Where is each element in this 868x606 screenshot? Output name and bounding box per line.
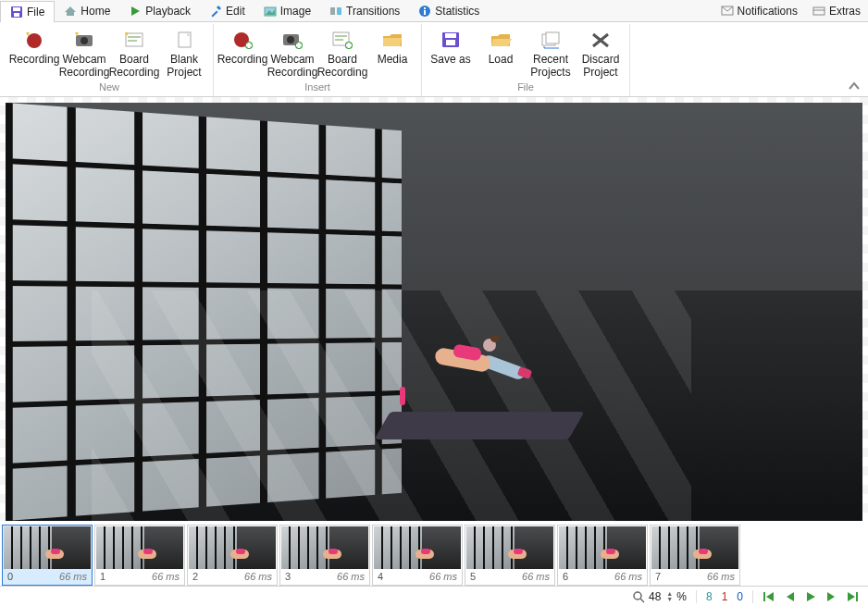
insert-media-button[interactable]: Media [367,26,417,81]
new-blank-button[interactable]: Blank Project [159,26,209,81]
load-button[interactable]: Load [476,26,526,81]
thumbnail-image [559,526,646,569]
save-icon [10,6,23,19]
extras-button[interactable]: Extras [805,0,868,21]
svg-rect-56 [763,592,765,601]
count-other: 0 [735,590,745,603]
tab-playback[interactable]: Playback [119,0,200,21]
new-recording-button[interactable]: Recording [9,26,59,81]
notifications-label: Notifications [738,5,798,18]
btn-label: Media [378,54,408,80]
nav-first-button[interactable] [761,591,777,602]
tab-image[interactable]: Image [254,0,320,21]
frame-index: 4 [378,571,383,582]
btn-label: Blank Project [159,54,209,80]
nav-next-button[interactable] [824,591,838,602]
svg-rect-62 [856,592,858,601]
tab-file[interactable]: File [0,1,55,22]
image-icon [264,5,277,18]
chevron-up-icon [848,80,861,93]
insert-board-button[interactable]: Board Recording [317,26,367,81]
insert-recording-button[interactable]: Recording [217,26,267,81]
info-icon [418,5,431,18]
preview-image [6,103,862,521]
tab-transitions[interactable]: Transitions [320,0,409,21]
svg-rect-22 [126,33,143,46]
frame-thumbnail[interactable]: 7 66 ms [650,525,740,586]
frame-index: 3 [285,571,291,582]
saveas-icon [437,28,465,52]
nav-play-button[interactable] [803,591,818,602]
zoom-value: 48 [647,590,663,603]
recent-button[interactable]: Recent Projects [526,26,576,81]
frame-thumbnail[interactable]: 6 66 ms [557,525,648,586]
frame-duration: 66 ms [522,571,550,582]
zoom-spinner[interactable]: ▲▼ [666,591,673,602]
tab-label: Image [280,5,311,18]
frame-index: 6 [563,571,568,582]
insert-webcam-button[interactable]: Webcam Recording [267,26,317,81]
home-icon [64,5,77,18]
discard-button[interactable]: Discard Project [576,26,626,81]
frame-thumbnail[interactable]: 2 66 ms [187,525,278,586]
preview-canvas[interactable] [6,103,862,521]
tab-edit[interactable]: Edit [200,0,254,21]
svg-marker-4 [131,6,140,16]
board-icon [120,28,148,52]
saveas-button[interactable]: Save as [426,26,476,81]
frame-duration: 66 ms [614,571,642,582]
svg-rect-31 [246,44,252,47]
frame-duration: 66 ms [337,571,365,582]
zoom-control[interactable]: 48 ▲▼ % [632,590,688,603]
svg-marker-59 [807,592,815,601]
notifications-button[interactable]: Notifications [713,0,805,21]
frame-thumbnail[interactable]: 5 66 ms [465,525,555,586]
tab-label: Edit [226,5,245,18]
ribbon: Recording Webcam Recording Board Recordi… [0,22,868,97]
svg-rect-51 [546,32,559,43]
svg-rect-1 [13,7,20,11]
svg-rect-46 [445,33,456,38]
frame-index: 2 [192,571,198,582]
frame-thumbnail[interactable]: 4 66 ms [372,525,463,586]
btn-label: Webcam Recording [267,54,318,80]
ribbon-group-insert: Recording Webcam Recording Board Recordi… [214,24,422,96]
svg-point-17 [27,33,42,48]
tab-label: File [27,6,44,19]
new-board-button[interactable]: Board Recording [109,26,159,81]
tab-home[interactable]: Home [55,0,119,21]
frame-index: 0 [7,571,13,582]
btn-label: Recording [217,54,268,80]
svg-marker-60 [827,592,835,601]
svg-marker-44 [383,38,402,46]
btn-label: Webcam Recording [59,54,110,80]
svg-marker-6 [217,6,221,10]
frame-thumbnail[interactable]: 1 66 ms [94,525,185,586]
nav-last-button[interactable] [844,591,861,602]
transitions-icon [329,5,342,18]
frame-thumbnail[interactable]: 0 66 ms [2,525,93,586]
svg-point-33 [287,36,294,43]
nav-prev-button[interactable] [783,591,798,602]
svg-marker-57 [766,592,774,601]
extras-label: Extras [829,5,861,18]
recent-icon [537,28,564,52]
svg-marker-61 [848,592,855,601]
btn-label: Save as [430,54,470,80]
folder-icon [378,28,406,52]
group-label: Insert [304,81,330,93]
tab-statistics[interactable]: Statistics [409,0,489,21]
envelope-icon [721,5,734,18]
magnifier-icon [632,590,645,603]
svg-rect-5 [212,10,218,17]
svg-rect-10 [337,7,341,15]
webcam-add-icon [279,28,306,52]
new-webcam-button[interactable]: Webcam Recording [59,26,109,81]
btn-label: Board Recording [109,54,160,80]
frame-thumbnail[interactable]: 3 66 ms [279,525,370,586]
svg-marker-58 [787,592,794,601]
thumbnail-image [466,526,553,569]
ribbon-collapse-button[interactable] [848,80,861,93]
tab-label: Home [81,5,110,18]
frame-duration: 66 ms [244,571,272,582]
